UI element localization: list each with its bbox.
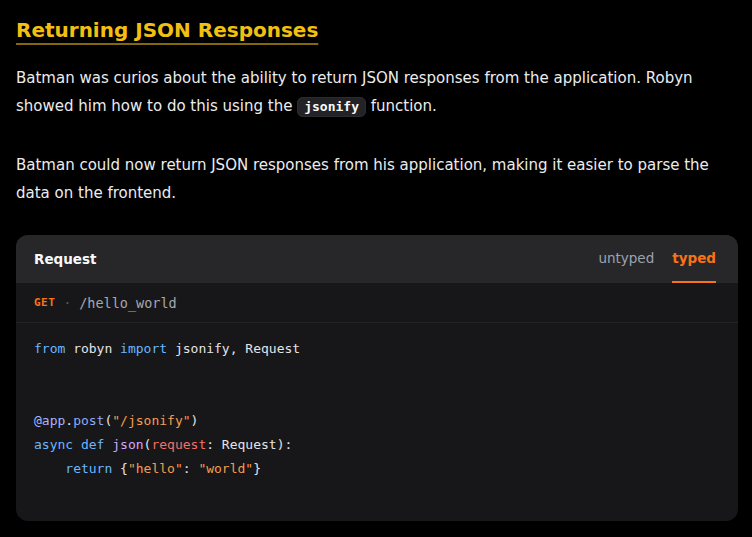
paragraph-1-text-after: function. [366,97,437,115]
tab-untyped[interactable]: untyped [598,235,654,283]
code-line: from robyn import jsonify, Request [34,337,720,361]
code-line [34,361,720,385]
inline-code-jsonify: jsonify [297,97,366,117]
docs-page: Returning JSON Responses Batman was curi… [0,0,752,521]
route-path: /hello_world [79,295,177,311]
request-code-card: Request untyped typed GET · /hello_world… [16,235,738,521]
code-line: async def json(request: Request): [34,433,720,457]
paragraph-1: Batman was curios about the ability to r… [16,64,736,121]
tab-typed[interactable]: typed [672,235,716,283]
paragraph-2: Batman could now return JSON responses f… [16,151,736,207]
code-block: from robyn import jsonify, Request @app.… [16,323,738,481]
page-title-link[interactable]: Returning JSON Responses [16,18,318,42]
code-line: @app.post("/jsonify") [34,409,720,433]
route-row: GET · /hello_world [16,283,738,323]
route-separator: · [63,295,71,310]
http-method-badge: GET [34,296,55,309]
request-card-title: Request [34,251,96,267]
request-card-tabs: untyped typed [598,235,738,283]
code-line: return {"hello": "world"} [34,457,720,481]
request-card-header: Request untyped typed [16,235,738,283]
code-line [34,385,720,409]
